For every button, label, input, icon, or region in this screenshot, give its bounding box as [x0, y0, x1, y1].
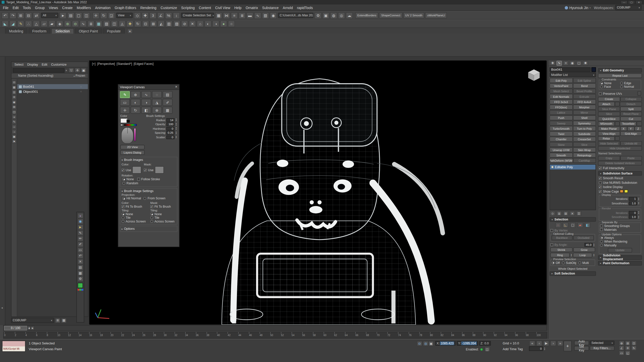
- preview-multi-radio[interactable]: [578, 261, 581, 264]
- hit-normal-radio[interactable]: [123, 197, 125, 200]
- by-angle-checkbox[interactable]: [550, 243, 553, 246]
- canvas-map-dropdown[interactable]: CGBUMP: [11, 318, 54, 323]
- key-filters-button[interactable]: Key Filters...: [590, 346, 614, 350]
- display-tab-icon[interactable]: ▢: [576, 61, 582, 66]
- modifier-button[interactable]: Mirror: [573, 110, 596, 115]
- select-and-link-icon[interactable]: ⊞: [17, 12, 24, 19]
- edit-named-sets-icon[interactable]: ▦: [215, 12, 222, 19]
- motion-tab-icon[interactable]: ◉: [570, 61, 575, 66]
- render-smoothness-spinner[interactable]: 1.0: [629, 215, 637, 219]
- viewport-label-segment[interactable]: [Edged Faces]: [134, 62, 153, 66]
- edit-geometry-button[interactable]: Slice: [598, 111, 620, 116]
- paint-deformation-rollout-header[interactable]: Paint Deformation: [598, 261, 642, 265]
- bridge-tool-icon[interactable]: ∿: [80, 21, 87, 27]
- snaps-toggle-icon[interactable]: 3: [149, 12, 156, 19]
- isolate-selection-icon[interactable]: ⊙: [417, 341, 422, 346]
- spinner-arrows-icon[interactable]: [175, 131, 178, 134]
- color-tiling-across-radio[interactable]: [122, 220, 124, 223]
- z-coordinate-field[interactable]: Z:0.0: [479, 341, 491, 346]
- explorer-column-headers[interactable]: Name (Sorted Ascending) ▲ Frozen: [12, 73, 88, 78]
- edit-geometry-button[interactable]: Attach: [598, 102, 615, 106]
- explorer-geometry-icon[interactable]: ▦: [12, 85, 16, 89]
- y-coordinate-field[interactable]: Y:-1095.354: [457, 341, 478, 346]
- selection-lock-toggle[interactable]: ▣: [428, 341, 434, 346]
- brush-large-icon[interactable]: ✐: [77, 242, 83, 247]
- cut-tool-icon[interactable]: ✚: [127, 21, 134, 27]
- modifier-button[interactable]: Bevel Profile: [573, 89, 596, 94]
- zoom-extents-icon[interactable]: ⊡: [631, 341, 636, 346]
- make-unique-icon[interactable]: ⊞: [563, 211, 568, 216]
- modifier-button[interactable]: Chamfer: [549, 137, 573, 142]
- show-paint-cursor-icon[interactable]: ◉: [77, 219, 83, 224]
- toolbar-plugin-button[interactable]: ShapeConnect: [379, 12, 402, 18]
- window-crossing-icon[interactable]: ◫: [83, 12, 90, 19]
- close-icon[interactable]: ✕: [175, 85, 178, 89]
- modifier-button[interactable]: Skew: [549, 142, 573, 147]
- redo-icon[interactable]: ↷: [10, 12, 17, 19]
- canvas-settings-icon[interactable]: ⚙: [77, 276, 83, 282]
- modifier-button[interactable]: Lattice: [549, 110, 573, 115]
- ring-spinner-icon[interactable]: [570, 253, 573, 257]
- vertex-mode-icon[interactable]: ∴: [25, 21, 32, 27]
- by-vertex-checkbox[interactable]: [550, 229, 553, 232]
- edit-geometry-button[interactable]: [615, 136, 620, 141]
- tab-modeling[interactable]: Modeling: [5, 28, 27, 34]
- edge-mode-icon[interactable]: △: [33, 21, 40, 27]
- layers-dialog-button[interactable]: Layers Dialog: [120, 150, 144, 155]
- grow-button[interactable]: Grow: [573, 247, 595, 252]
- add-time-tag[interactable]: Add Time Tag: [503, 347, 523, 351]
- constraint-radio[interactable]: [600, 82, 603, 84]
- spinner-arrows-icon[interactable]: [175, 118, 178, 121]
- mirror-icon[interactable]: ⋈: [223, 12, 230, 19]
- spinner-arrows-icon[interactable]: [175, 135, 178, 139]
- fov-icon[interactable]: ∠: [619, 346, 624, 351]
- modifier-button[interactable]: Smooth: [549, 153, 573, 158]
- color-tiling-tile-radio[interactable]: [122, 216, 124, 219]
- rendered-frame-window-icon[interactable]: ▣: [323, 12, 330, 19]
- modifier-button[interactable]: Retopology: [573, 153, 596, 158]
- modifier-button[interactable]: Twist: [549, 131, 573, 136]
- gradient-tool[interactable]: ▤: [163, 91, 173, 98]
- selection-rollout-header[interactable]: Selection: [549, 217, 596, 222]
- occluded-culling-button[interactable]: Occluded: [573, 236, 594, 240]
- zoom-icon[interactable]: ⊕: [619, 341, 624, 346]
- isoline-display-checkbox[interactable]: [599, 186, 601, 188]
- vertex-subobject-icon[interactable]: ∴: [555, 222, 561, 228]
- mirror-tool-icon[interactable]: ◑: [212, 21, 219, 27]
- track-bar[interactable]: 0246810121416182022242628303234363840424…: [3, 332, 547, 339]
- loop-spinner-icon[interactable]: [593, 253, 595, 257]
- previous-frame-button[interactable]: ‹: [536, 341, 542, 346]
- close-button[interactable]: ✕: [635, 1, 642, 4]
- object-name-field[interactable]: Box041: [549, 67, 590, 72]
- explorer-flag-icon[interactable]: ⚑: [12, 140, 16, 144]
- maxscript-mini-listener[interactable]: MAXScript Mi: [2, 341, 25, 352]
- explorer-menu-item[interactable]: Edit: [40, 62, 49, 67]
- edit-geometry-button[interactable]: Tessellate: [620, 121, 636, 126]
- canvas-2d-view-icon[interactable]: ◒: [77, 213, 83, 218]
- mask-use-checkbox[interactable]: [144, 168, 147, 171]
- shrink-button[interactable]: Shrink: [550, 247, 572, 252]
- object-color-swatch[interactable]: [591, 67, 596, 72]
- polygon-modeling-icon-1[interactable]: ◣: [2, 21, 9, 27]
- polygon-subobject-icon[interactable]: ▰: [577, 222, 583, 228]
- viewport-label-segment[interactable]: [Standard*]: [117, 62, 132, 66]
- target-weld-icon[interactable]: ⊠: [150, 21, 157, 27]
- relax-tool-icon[interactable]: ◬: [119, 21, 126, 27]
- time-slider-handle[interactable]: 0 / 100: [4, 326, 27, 330]
- modifier-button[interactable]: CreaseSet: [573, 137, 596, 142]
- modifier-stack[interactable]: Editable Poly: [549, 164, 596, 210]
- layer-explorer-icon[interactable]: ≣: [239, 12, 246, 19]
- time-slider[interactable]: 0 / 100 ◀ ▶: [3, 325, 547, 331]
- modifier-list-dropdown[interactable]: Modifier List: [549, 72, 596, 77]
- workspace-dropdown[interactable]: CGBUMP: [615, 5, 641, 10]
- modifier-button[interactable]: Mesh Select: [549, 89, 573, 94]
- filter-icon[interactable]: ▽: [69, 68, 74, 73]
- color-use-checkbox[interactable]: [122, 168, 124, 171]
- materials-checkbox[interactable]: [600, 228, 603, 231]
- edit-geometry-button[interactable]: Named Selections:: [598, 151, 642, 155]
- menu-item[interactable]: Arnold: [281, 5, 295, 11]
- container-icon[interactable]: ◫: [485, 347, 490, 352]
- brush-setting-value[interactable]: 100: [166, 122, 175, 126]
- brush-medium-icon[interactable]: ✏: [77, 236, 83, 241]
- macro-recorder-line[interactable]: [3, 341, 25, 346]
